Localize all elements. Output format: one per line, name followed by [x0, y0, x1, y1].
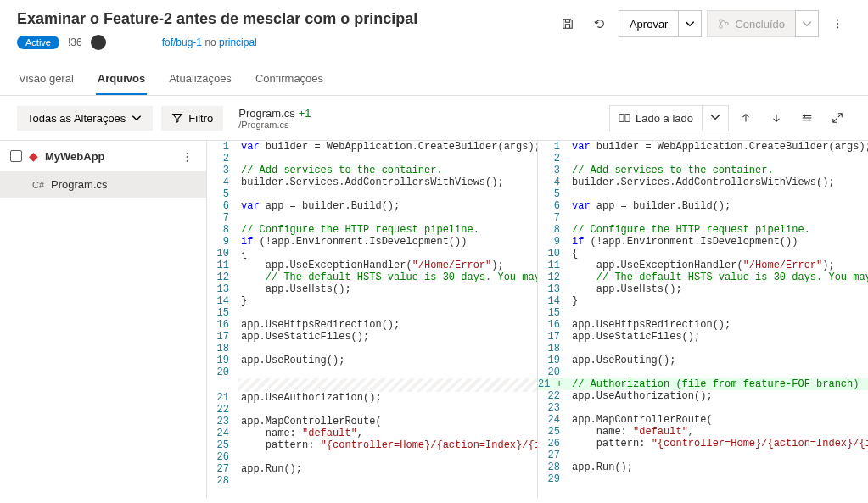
code-line[interactable]: 2: [538, 153, 868, 165]
code-line[interactable]: 25 name: "default",: [538, 426, 868, 438]
line-content: if (!app.Environment.IsDevelopment()): [568, 236, 868, 248]
code-line[interactable]: 5: [207, 188, 537, 200]
code-line[interactable]: 28app.Run();: [538, 461, 868, 473]
code-line[interactable]: 17app.UseStaticFiles();: [538, 331, 868, 343]
code-line[interactable]: 4builder.Services.AddControllersWithView…: [538, 176, 868, 188]
code-line[interactable]: 12 // The default HSTS value is 30 days.…: [538, 271, 868, 283]
more-actions-button[interactable]: [824, 10, 851, 37]
code-line[interactable]: 24app.MapControllerRoute(: [538, 414, 868, 426]
code-line[interactable]: 3// Add services to the container.: [538, 165, 868, 176]
approve-caret[interactable]: [678, 10, 702, 37]
complete-button[interactable]: Concluído: [707, 10, 795, 37]
line-number: 9: [207, 236, 238, 248]
line-number: 9: [538, 236, 568, 248]
code-line[interactable]: 7: [538, 212, 868, 224]
code-line[interactable]: 21app.UseAuthorization();: [207, 392, 537, 404]
settings-button[interactable]: [793, 104, 820, 131]
code-line[interactable]: 19app.UseRouting();: [207, 355, 537, 366]
prev-diff-button[interactable]: [732, 104, 759, 131]
tree-file-item[interactable]: C# Program.cs: [0, 171, 206, 198]
code-line[interactable]: 25 pattern: "{controller=Home}/{action=I…: [207, 439, 537, 451]
code-line[interactable]: 9if (!app.Environment.IsDevelopment()): [538, 236, 868, 248]
code-line[interactable]: 16app.UseHttpsRedirection();: [207, 319, 537, 331]
code-line[interactable]: 18: [538, 343, 868, 355]
code-line[interactable]: 16app.UseHttpsRedirection();: [538, 319, 868, 331]
project-checkbox[interactable]: [10, 150, 22, 162]
code-line[interactable]: 13 app.UseHsts();: [538, 283, 868, 295]
avatar[interactable]: [91, 35, 106, 50]
source-branch-link[interactable]: fof/bug-1: [162, 36, 202, 48]
code-line[interactable]: 4builder.Services.AddControllersWithView…: [207, 176, 537, 188]
tree-root[interactable]: ◆ MyWebApp ⋮: [0, 141, 206, 171]
code-line[interactable]: 22app.UseAuthorization();: [538, 390, 868, 402]
code-line[interactable]: 26: [207, 451, 537, 463]
code-line[interactable]: 7: [207, 212, 537, 224]
code-line[interactable]: 23: [538, 402, 868, 414]
code-line[interactable]: 21// Authorization (file from feature-FO…: [538, 378, 868, 390]
code-line[interactable]: 10{: [538, 248, 868, 260]
filter-button[interactable]: Filtro: [161, 106, 223, 131]
code-line[interactable]: 8// Configure the HTTP request pipeline.: [207, 224, 537, 236]
approve-button[interactable]: Aprovar: [619, 10, 679, 37]
chevron-down-icon: [684, 18, 696, 30]
tree-more-button[interactable]: ⋮: [178, 150, 196, 163]
code-line[interactable]: 6var app = builder.Build();: [207, 200, 537, 212]
line-number: 17: [207, 331, 238, 343]
left-code-pane[interactable]: 1var builder = WebApplication.CreateBuil…: [207, 141, 538, 498]
code-line[interactable]: 14}: [538, 295, 868, 307]
undo-button[interactable]: [586, 10, 613, 37]
git-merge-icon: [718, 18, 730, 30]
line-content: app.UseStaticFiles();: [568, 331, 868, 343]
tab-files[interactable]: Arquivos: [96, 64, 147, 95]
line-content: app.UseHttpsRedirection();: [568, 319, 868, 331]
line-content: // Configure the HTTP request pipeline.: [238, 224, 537, 236]
code-line[interactable]: 14}: [207, 295, 537, 307]
code-line[interactable]: 22: [207, 404, 537, 416]
tab-updates[interactable]: Atualizações: [167, 64, 233, 95]
code-line[interactable]: 1var builder = WebApplication.CreateBuil…: [538, 141, 868, 153]
code-line[interactable]: 13 app.UseHsts();: [207, 283, 537, 295]
code-line[interactable]: 17app.UseStaticFiles();: [207, 331, 537, 343]
view-mode-caret[interactable]: [702, 106, 728, 131]
line-content: var app = builder.Build();: [568, 200, 868, 212]
code-line[interactable]: 19app.UseRouting();: [538, 355, 868, 366]
code-line[interactable]: 24 name: "default",: [207, 428, 537, 439]
code-line[interactable]: 20: [207, 366, 537, 378]
code-line[interactable]: 2: [207, 153, 537, 165]
target-branch-link[interactable]: principal: [219, 36, 257, 48]
code-line[interactable]: 27: [538, 450, 868, 461]
changes-dropdown[interactable]: Todas as Alterações: [17, 106, 153, 131]
line-content: [568, 188, 868, 200]
code-line[interactable]: 5: [538, 188, 868, 200]
code-line[interactable]: [207, 378, 537, 392]
tab-overview[interactable]: Visão geral: [17, 64, 76, 95]
code-line[interactable]: 12 // The default HSTS value is 30 days.…: [207, 271, 537, 283]
code-line[interactable]: 11 app.UseExceptionHandler("/Home/Error"…: [538, 260, 868, 271]
code-line[interactable]: 8// Configure the HTTP request pipeline.: [538, 224, 868, 236]
code-line[interactable]: 11 app.UseExceptionHandler("/Home/Error"…: [207, 260, 537, 271]
code-line[interactable]: 9if (!app.Environment.IsDevelopment()): [207, 236, 537, 248]
code-line[interactable]: 26 pattern: "{controller=Home}/{action=I…: [538, 438, 868, 450]
line-number: 2: [538, 153, 568, 165]
code-line[interactable]: 18: [207, 343, 537, 355]
code-line[interactable]: 23app.MapControllerRoute(: [207, 416, 537, 428]
code-line[interactable]: 27app.Run();: [207, 463, 537, 475]
code-line[interactable]: 15: [538, 307, 868, 319]
code-line[interactable]: 10{: [207, 248, 537, 260]
view-mode-button[interactable]: Lado a lado: [610, 107, 702, 130]
code-line[interactable]: 6var app = builder.Build();: [538, 200, 868, 212]
line-number: 28: [207, 475, 238, 487]
complete-caret[interactable]: [795, 10, 819, 37]
next-diff-button[interactable]: [763, 104, 790, 131]
right-code-pane[interactable]: 1var builder = WebApplication.CreateBuil…: [538, 141, 868, 498]
save-button[interactable]: [554, 10, 581, 37]
code-line[interactable]: 29: [538, 473, 868, 485]
code-line[interactable]: 15: [207, 307, 537, 319]
code-line[interactable]: 20: [538, 366, 868, 378]
tab-commits[interactable]: Confirmações: [254, 64, 325, 95]
code-line[interactable]: 1var builder = WebApplication.CreateBuil…: [207, 141, 537, 153]
code-line[interactable]: 28: [207, 475, 537, 487]
code-line[interactable]: 3// Add services to the container.: [207, 165, 537, 176]
fullscreen-button[interactable]: [824, 104, 851, 131]
line-number: 13: [538, 283, 568, 295]
